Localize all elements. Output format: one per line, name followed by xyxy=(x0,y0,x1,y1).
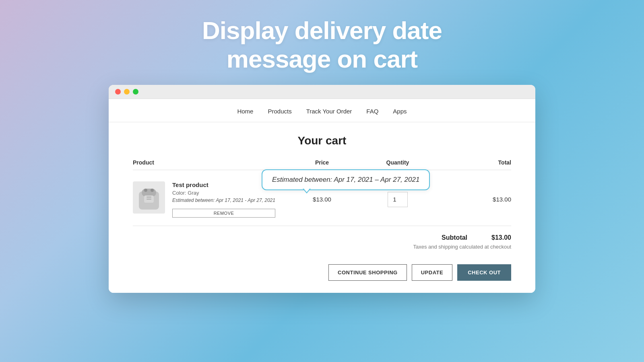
col-header-product: Product xyxy=(133,159,284,166)
nav-track-order[interactable]: Track Your Order xyxy=(306,108,352,115)
minimize-dot xyxy=(124,89,130,95)
close-dot xyxy=(115,89,121,95)
delivery-tooltip: Estimated between: Apr 17, 2021 – Apr 27… xyxy=(262,169,430,190)
continue-shopping-button[interactable]: CONTINUE SHOPPING xyxy=(328,264,407,281)
product-thumbnail xyxy=(133,181,165,214)
nav-home[interactable]: Home xyxy=(237,108,253,115)
col-header-quantity: Quantity xyxy=(360,159,436,166)
subtotal-section: Subtotal $13.00 Taxes and shipping calcu… xyxy=(133,226,511,256)
update-button[interactable]: UPDATE xyxy=(412,264,452,281)
col-header-total: Total xyxy=(436,159,511,166)
site-nav: Home Products Track Your Order FAQ Apps xyxy=(109,99,535,122)
quantity-input[interactable] xyxy=(388,192,408,207)
tax-note: Taxes and shipping calculated at checkou… xyxy=(413,244,511,250)
svg-rect-6 xyxy=(147,199,151,200)
remove-button[interactable]: REMOVE xyxy=(172,209,275,218)
product-name: Test product xyxy=(172,181,275,188)
browser-window: Home Products Track Your Order FAQ Apps … xyxy=(109,85,535,293)
browser-bar xyxy=(109,85,535,99)
product-delivery-text: Estimated between: Apr 17, 2021 - Apr 27… xyxy=(172,197,275,203)
browser-content: Home Products Track Your Order FAQ Apps … xyxy=(109,99,535,293)
cart-row: Estimated between: Apr 17, 2021 – Apr 27… xyxy=(133,173,511,226)
product-price: $13.00 xyxy=(284,196,360,203)
cart-title: Your cart xyxy=(133,134,511,147)
product-details: Test product Color: Gray Estimated betwe… xyxy=(172,181,275,218)
checkout-button[interactable]: CHECK OUT xyxy=(457,264,511,281)
maximize-dot xyxy=(133,89,138,95)
nav-faq[interactable]: FAQ xyxy=(366,108,378,115)
nav-apps[interactable]: Apps xyxy=(393,108,407,115)
product-variant: Color: Gray xyxy=(172,190,275,196)
product-image xyxy=(133,181,165,214)
cart-table-header: Product Price Quantity Total xyxy=(133,159,511,170)
cart-section: Your cart Product Price Quantity Total E… xyxy=(109,122,535,293)
svg-point-3 xyxy=(151,189,154,192)
svg-rect-5 xyxy=(147,197,151,197)
product-total: $13.00 xyxy=(436,196,511,203)
subtotal-row: Subtotal $13.00 xyxy=(442,234,511,241)
subtotal-value: $13.00 xyxy=(491,234,511,241)
action-buttons: CONTINUE SHOPPING UPDATE CHECK OUT xyxy=(133,264,511,281)
col-header-price: Price xyxy=(284,159,360,166)
subtotal-label: Subtotal xyxy=(442,234,467,241)
product-quantity-col xyxy=(360,192,436,207)
nav-products[interactable]: Products xyxy=(268,108,291,115)
svg-point-2 xyxy=(144,189,147,192)
hero-title: Display delivery date message on cart xyxy=(202,16,442,74)
